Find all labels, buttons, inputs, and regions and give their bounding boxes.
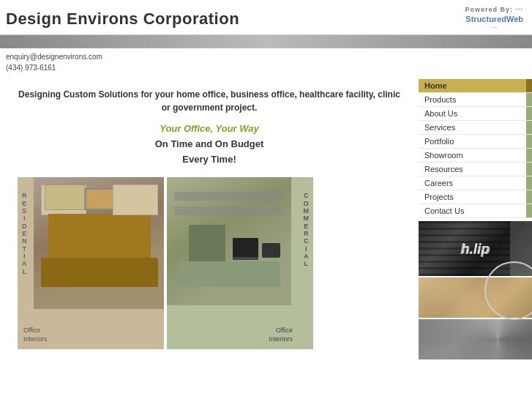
slogan-line1: Your Office, Your Way [18, 122, 401, 137]
nav-item-services[interactable]: Services [419, 121, 532, 135]
commercial-photo [167, 177, 291, 305]
decorative-bar [0, 35, 532, 48]
phone-display: (434) 973-6161 [6, 62, 526, 73]
nav-label-about: About Us [424, 109, 457, 118]
nav-label-projects: Projects [424, 193, 454, 201]
nav-item-resources[interactable]: Resources [419, 163, 532, 176]
tagline-text: Designing Custom Solutions for your home… [18, 88, 401, 114]
commercial-section: C O M M E R C I A L Office Interiors [167, 177, 313, 349]
nav-label-showroom: Showroom [424, 151, 463, 160]
nav-item-projects[interactable]: Projects [419, 190, 532, 204]
residential-label: R E S I D E N T I A L [22, 192, 27, 275]
nav-label-home: Home [424, 81, 447, 90]
sidebar-image-1: h.lip [419, 221, 532, 276]
slogan-line3: Every Time! [18, 152, 401, 168]
nav-item-contact[interactable]: Contact Us [419, 204, 532, 218]
contact-info-bar: enquiry@designenvirons.com (434) 973-616… [0, 48, 532, 76]
nav-bar-home [526, 79, 532, 92]
residential-caption: Office Interiors [23, 327, 48, 343]
nav-label-portfolio: Portfolio [424, 137, 454, 146]
nav-item-home[interactable]: Home [419, 79, 532, 93]
slogan-line2: On Time and On Budget [18, 137, 401, 152]
nav-bar-services [526, 121, 532, 134]
nav-bar-about [526, 107, 532, 120]
logo: Design Environs Corporation [6, 10, 239, 29]
nav-label-resources: Resources [424, 165, 463, 174]
nav-bar-portfolio [526, 135, 532, 148]
nav-label-services: Services [424, 123, 455, 132]
image-composite: R E S I D E N T I A L [18, 177, 401, 349]
nav-item-careers[interactable]: Careers [419, 176, 532, 190]
commercial-caption: Office Interiors [269, 327, 293, 343]
nav-item-about[interactable]: About Us [419, 107, 532, 121]
slogan-block: Your Office, Your Way On Time and On Bud… [18, 122, 401, 167]
commercial-label: C O M M E R C I A L [304, 192, 310, 267]
powered-by-label: Powered By: ∙∙∙ [465, 6, 523, 13]
nav-bar-careers [526, 176, 532, 190]
sidebar-image-3 [419, 319, 532, 359]
nav-bar-products [526, 93, 532, 106]
nav-bar-contact [526, 204, 532, 217]
content-area: Designing Custom Solutions for your home… [0, 76, 419, 399]
sidebar-image-2 [419, 277, 532, 318]
residential-section: R E S I D E N T I A L [18, 177, 164, 349]
nav-label-products: Products [424, 95, 456, 104]
nav-bar-showroom [526, 149, 532, 162]
nav-bar-resources [526, 163, 532, 176]
residential-photo [34, 177, 164, 309]
powered-by-brand[interactable]: StructuredWeb ∙∙∙ [465, 13, 523, 31]
email-display: enquiry@designenvirons.com [6, 51, 526, 62]
nav-item-portfolio[interactable]: Portfolio [419, 135, 532, 149]
sidebar-brand-text: h.lip [460, 240, 490, 257]
nav-label-contact: Contact Us [424, 206, 464, 215]
sidebar-images: h.lip [419, 221, 532, 359]
powered-by-section: Powered By: ∙∙∙ StructuredWeb ∙∙∙ [465, 6, 523, 31]
page-header: Design Environs Corporation Powered By: … [0, 0, 532, 35]
nav-label-careers: Careers [424, 179, 453, 187]
nav-item-showroom[interactable]: Showroom [419, 149, 532, 163]
main-layout: Designing Custom Solutions for your home… [0, 76, 532, 399]
sidebar: Home Products About Us Services Portfoli… [419, 76, 532, 399]
nav-item-products[interactable]: Products [419, 93, 532, 107]
nav-bar-projects [526, 190, 532, 204]
